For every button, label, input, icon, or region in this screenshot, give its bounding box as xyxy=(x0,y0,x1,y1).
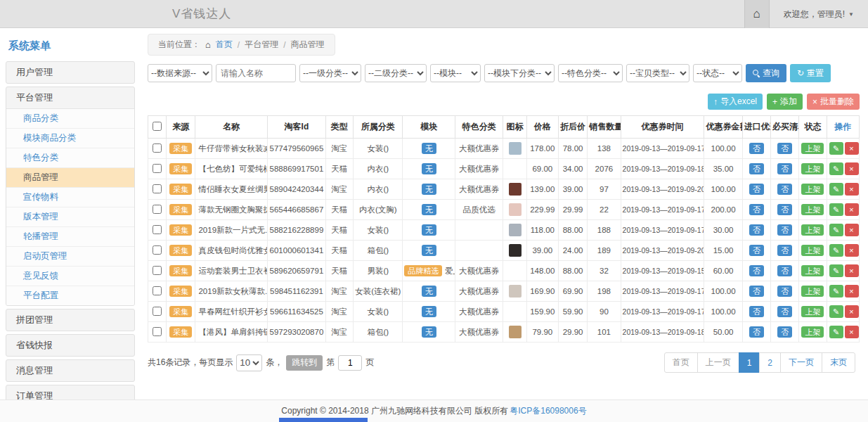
sidebar-item-12[interactable]: 拼团管理 xyxy=(6,309,134,331)
icp-link[interactable]: 粤ICP备16098006号 xyxy=(510,405,586,417)
edit-button[interactable]: ✎ xyxy=(829,162,843,175)
status-select[interactable]: --状态-- xyxy=(693,64,742,82)
status-badge[interactable]: 上架 xyxy=(801,286,824,297)
page-button-3[interactable]: 2 xyxy=(759,352,781,373)
sidebar-subitem-8[interactable]: 轮播管理 xyxy=(6,226,134,246)
data-source-select[interactable]: --数据来源-- xyxy=(148,64,212,82)
import-select-badge[interactable]: 否 xyxy=(749,143,764,154)
import-select-badge[interactable]: 否 xyxy=(749,326,764,338)
feature-category-select[interactable]: --特色分类-- xyxy=(558,64,623,82)
must-buy-badge[interactable]: 否 xyxy=(777,224,792,236)
import-select-badge[interactable]: 否 xyxy=(749,265,764,276)
module-sub-category-select[interactable]: --模块下分类-- xyxy=(484,64,555,82)
edit-button[interactable]: ✎ xyxy=(829,183,843,196)
status-badge[interactable]: 上架 xyxy=(801,306,824,317)
import-select-badge[interactable]: 否 xyxy=(749,306,764,317)
status-badge[interactable]: 上架 xyxy=(801,245,824,256)
delete-button[interactable]: × xyxy=(845,142,859,155)
page-button-4[interactable]: 下一页 xyxy=(780,352,822,373)
batch-delete-button[interactable]: × 批量删除 xyxy=(807,94,860,110)
must-buy-badge[interactable]: 否 xyxy=(777,326,792,338)
module-badge[interactable]: 无 xyxy=(422,224,436,236)
must-buy-badge[interactable]: 否 xyxy=(777,184,792,195)
sidebar-subitem-2[interactable]: 商品分类 xyxy=(6,109,134,128)
must-buy-badge[interactable]: 否 xyxy=(777,245,792,256)
module-badge[interactable]: 无 xyxy=(422,163,436,174)
module-badge[interactable]: 品牌精选 xyxy=(404,265,442,276)
sidebar-item-1[interactable]: 平台管理 xyxy=(6,87,134,108)
sidebar-item-15[interactable]: 订单管理 xyxy=(6,385,134,399)
status-badge[interactable]: 上架 xyxy=(801,326,824,338)
select-all-checkbox[interactable] xyxy=(153,122,162,131)
per-page-select[interactable]: 10 xyxy=(236,354,262,371)
module-badge[interactable]: 无 xyxy=(422,143,436,154)
delete-button[interactable]: × xyxy=(845,183,859,196)
module-badge[interactable]: 无 xyxy=(422,286,436,297)
import-select-badge[interactable]: 否 xyxy=(749,204,764,215)
module-badge[interactable]: 无 xyxy=(422,184,436,195)
module-select[interactable]: --模块-- xyxy=(430,64,481,82)
row-checkbox[interactable] xyxy=(153,286,162,295)
delete-button[interactable]: × xyxy=(845,224,859,236)
sidebar-subitem-6[interactable]: 宣传物料 xyxy=(6,187,134,207)
import-select-badge[interactable]: 否 xyxy=(749,184,764,195)
add-button[interactable]: + 添加 xyxy=(767,94,803,110)
import-select-badge[interactable]: 否 xyxy=(749,286,764,297)
home-button[interactable]: ⌂ xyxy=(744,0,770,28)
page-button-0[interactable]: 首页 xyxy=(664,352,698,373)
edit-button[interactable]: ✎ xyxy=(829,244,843,257)
level1-category-select[interactable]: --一级分类-- xyxy=(299,64,361,82)
sidebar-subitem-4[interactable]: 特色分类 xyxy=(6,148,134,167)
must-buy-badge[interactable]: 否 xyxy=(777,306,792,317)
sidebar-subitem-9[interactable]: 启动页管理 xyxy=(6,246,134,266)
row-checkbox[interactable] xyxy=(153,184,162,193)
user-menu[interactable]: 欢迎您，管理员! ▼ xyxy=(770,8,868,20)
edit-button[interactable]: ✎ xyxy=(829,305,843,318)
must-buy-badge[interactable]: 否 xyxy=(777,143,792,154)
sidebar-subitem-7[interactable]: 版本管理 xyxy=(6,207,134,226)
row-checkbox[interactable] xyxy=(153,205,162,214)
row-checkbox[interactable] xyxy=(153,327,162,336)
edit-button[interactable]: ✎ xyxy=(829,224,843,236)
delete-button[interactable]: × xyxy=(845,326,859,338)
module-badge[interactable]: 无 xyxy=(422,306,436,317)
sidebar-subitem-5[interactable]: 商品管理 xyxy=(6,167,134,187)
item-type-select[interactable]: --宝贝类型-- xyxy=(626,64,689,82)
status-badge[interactable]: 上架 xyxy=(801,204,824,215)
status-badge[interactable]: 上架 xyxy=(801,143,824,154)
breadcrumb-home-link[interactable]: 首页 xyxy=(216,39,233,51)
jump-button[interactable]: 跳转到 xyxy=(286,355,323,371)
row-checkbox[interactable] xyxy=(153,143,162,153)
row-checkbox[interactable] xyxy=(153,225,162,234)
must-buy-badge[interactable]: 否 xyxy=(777,204,792,215)
import-excel-button[interactable]: ↑ 导入excel xyxy=(708,94,763,110)
sidebar-item-14[interactable]: 消息管理 xyxy=(6,360,134,381)
name-input[interactable] xyxy=(216,64,296,82)
delete-button[interactable]: × xyxy=(845,264,859,277)
sidebar-subitem-11[interactable]: 平台配置 xyxy=(6,286,134,305)
delete-button[interactable]: × xyxy=(845,162,859,175)
edit-button[interactable]: ✎ xyxy=(829,264,843,277)
delete-button[interactable]: × xyxy=(845,244,859,257)
status-badge[interactable]: 上架 xyxy=(801,163,824,174)
sidebar-subitem-3[interactable]: 模块商品分类 xyxy=(6,128,134,148)
module-badge[interactable]: 无 xyxy=(422,204,436,215)
page-button-1[interactable]: 上一页 xyxy=(697,352,739,373)
edit-button[interactable]: ✎ xyxy=(829,326,843,338)
row-checkbox[interactable] xyxy=(153,245,162,255)
import-select-badge[interactable]: 否 xyxy=(749,163,764,174)
module-badge[interactable]: 无 xyxy=(422,326,436,338)
page-button-5[interactable]: 末页 xyxy=(822,352,855,373)
jump-page-input[interactable] xyxy=(338,355,362,371)
import-select-badge[interactable]: 否 xyxy=(749,224,764,236)
row-checkbox[interactable] xyxy=(153,164,162,173)
sidebar-item-13[interactable]: 省钱快报 xyxy=(6,335,134,356)
status-badge[interactable]: 上架 xyxy=(801,224,824,236)
import-select-badge[interactable]: 否 xyxy=(749,245,764,256)
edit-button[interactable]: ✎ xyxy=(829,285,843,298)
status-badge[interactable]: 上架 xyxy=(801,265,824,276)
delete-button[interactable]: × xyxy=(845,203,859,216)
level2-category-select[interactable]: --二级分类-- xyxy=(365,64,427,82)
search-button[interactable]: 查询 xyxy=(746,64,786,82)
sidebar-subitem-10[interactable]: 意见反馈 xyxy=(6,266,134,286)
